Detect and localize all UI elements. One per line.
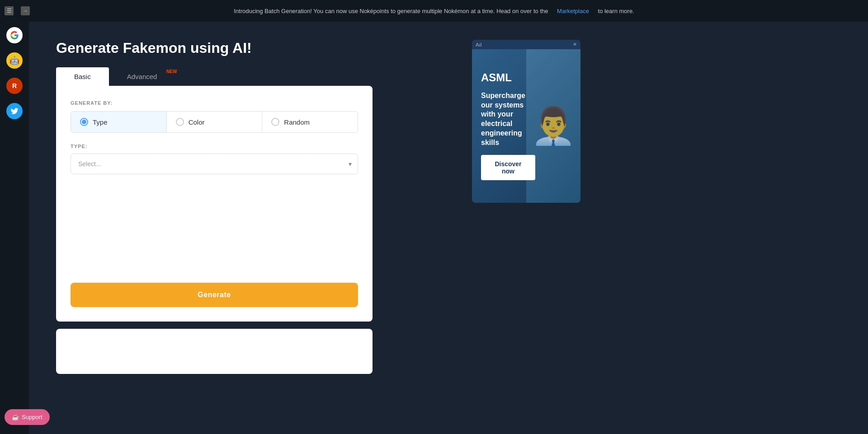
type-select-wrapper: Select... ▾ <box>71 154 358 174</box>
support-button[interactable]: ☕ Support <box>5 409 50 425</box>
sidebar: 🤖 R <box>0 22 29 434</box>
radio-group: Type Color Random <box>71 111 358 133</box>
radio-label-random: Random <box>284 118 310 126</box>
ad-label: Ad <box>476 42 481 47</box>
sidebar-icon-reddit[interactable]: R <box>6 78 23 94</box>
radio-label-color: Color <box>189 118 205 126</box>
tab-advanced[interactable]: Advanced NEW <box>109 67 181 86</box>
tab-basic[interactable]: Basic <box>56 67 109 86</box>
banner-text-after: to learn more. <box>598 8 634 14</box>
ad-image: 👨‍💼 ASML Supercharge our systems with yo… <box>472 49 580 203</box>
new-badge: NEW <box>166 69 177 74</box>
radio-option-random[interactable]: Random <box>262 112 358 132</box>
radio-circle-type <box>80 118 88 126</box>
forward-icon[interactable]: → <box>21 6 30 15</box>
marketplace-link[interactable]: Marketplace <box>557 8 589 14</box>
page-title: Generate Fakemon using AI! <box>56 40 436 56</box>
menu-icon[interactable]: ☰ <box>5 6 14 15</box>
radio-circle-random <box>271 118 279 126</box>
ad-headline: Supercharge our systems with your electr… <box>481 91 531 148</box>
generate-by-label: GENERATE BY: <box>71 100 358 106</box>
sidebar-icon-google[interactable] <box>6 27 23 43</box>
radio-option-color[interactable]: Color <box>167 112 263 132</box>
radio-label-type: Type <box>93 118 108 126</box>
sidebar-icon-twitter[interactable] <box>6 103 23 119</box>
radio-circle-color <box>176 118 184 126</box>
banner-text-before: Introducing Batch Generation! You can no… <box>234 8 548 14</box>
top-banner: ☰ → Introducing Batch Generation! You ca… <box>0 0 868 22</box>
tab-bar: Basic Advanced NEW <box>56 67 436 86</box>
support-label: Support <box>22 414 42 420</box>
radio-option-type[interactable]: Type <box>71 112 167 132</box>
ad-company: ASML <box>481 72 571 84</box>
ad-sidebar: Ad ✕ 👨‍💼 ASML Supercharge our systems wi… <box>463 22 580 434</box>
type-label: TYPE: <box>71 144 358 149</box>
ad-cta-button[interactable]: Discover now <box>481 155 535 180</box>
main-content: Generate Fakemon using AI! Basic Advance… <box>29 22 463 434</box>
type-select[interactable]: Select... <box>71 154 358 174</box>
generate-button[interactable]: Generate <box>71 283 358 307</box>
ad-header: Ad ✕ <box>472 40 580 49</box>
ad-box: Ad ✕ 👨‍💼 ASML Supercharge our systems wi… <box>472 40 580 203</box>
ad-close-icon[interactable]: ✕ <box>573 42 577 47</box>
second-card <box>56 329 373 374</box>
sidebar-icon-robot[interactable]: 🤖 <box>6 52 23 69</box>
form-card: GENERATE BY: Type Color Random TYPE: <box>56 86 373 322</box>
support-icon: ☕ <box>12 414 19 420</box>
